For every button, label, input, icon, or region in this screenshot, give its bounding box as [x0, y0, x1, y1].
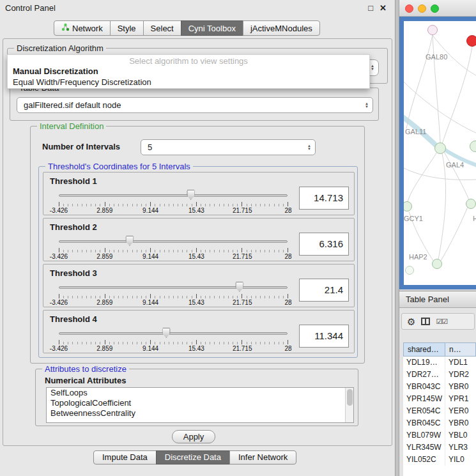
- zoom-traffic-light[interactable]: [431, 4, 439, 13]
- threshold-value-field[interactable]: 21.4: [299, 279, 349, 302]
- network-node-label: HAP2: [409, 253, 427, 261]
- slider-track[interactable]: [59, 286, 288, 289]
- algorithm-dropdown-popup: Select algorithm to view settings Manual…: [7, 54, 370, 89]
- gear-icon[interactable]: ⚙: [407, 317, 415, 326]
- apply-button[interactable]: Apply: [172, 430, 215, 443]
- slider-thumb[interactable]: [235, 282, 243, 292]
- scale-label: 15.43: [188, 253, 204, 260]
- table-cell[interactable]: YPR145W: [403, 393, 445, 405]
- table-cell[interactable]: YBL0: [445, 429, 476, 441]
- table-row[interactable]: YDL19…YDL1: [403, 357, 476, 369]
- table-cell[interactable]: YBR043C: [403, 381, 445, 393]
- network-node[interactable]: [434, 142, 446, 154]
- threshold-slider[interactable]: [59, 235, 288, 247]
- threshold-value-field[interactable]: 11.344: [299, 325, 349, 348]
- network-node[interactable]: [432, 259, 442, 269]
- table-header-row: shared… n…: [403, 342, 476, 357]
- table-cell[interactable]: YBL079W: [403, 429, 445, 441]
- columns-icon[interactable]: [421, 318, 430, 325]
- table-cell[interactable]: YBR0: [445, 417, 476, 429]
- table-row[interactable]: YBR043CYBR0: [403, 381, 476, 393]
- attribute-list-item[interactable]: BetweennessCentrality: [47, 408, 353, 418]
- column-header[interactable]: shared…: [403, 342, 445, 357]
- threshold-label: Threshold 1: [50, 176, 97, 186]
- cyni-toolbox-panel: Discretization Algorithm ▲▼ Select algor…: [3, 38, 392, 446]
- popup-option-manual-discretization[interactable]: Manual Discretization: [8, 66, 369, 77]
- attribute-list-item[interactable]: SelfLoops: [47, 388, 353, 398]
- threshold-slider[interactable]: [59, 189, 288, 201]
- table-cell[interactable]: YIL0: [445, 454, 476, 466]
- combo-value: galFiltered.sif default node: [17, 100, 361, 110]
- column-header[interactable]: n…: [445, 342, 476, 357]
- scale-label: 28: [284, 345, 291, 352]
- table-cell[interactable]: YBR045C: [403, 417, 445, 429]
- threshold-value-field[interactable]: 14.713: [299, 187, 349, 210]
- scrollbar-thumb[interactable]: [347, 389, 353, 406]
- slider-track[interactable]: [59, 240, 288, 243]
- network-node-label: GAL11: [405, 128, 426, 135]
- combo-arrows-icon: ▲▼: [361, 102, 372, 109]
- window-title: Control Panel: [5, 0, 56, 17]
- threshold-slider[interactable]: [59, 281, 288, 293]
- table-cell[interactable]: YLR3: [445, 441, 476, 454]
- tab-cyni-toolbox[interactable]: Cyni Toolbox: [181, 20, 243, 36]
- number-of-intervals-combo[interactable]: 5 ▲▼: [141, 139, 316, 155]
- minimize-traffic-light[interactable]: [418, 4, 426, 13]
- popup-option-equal-width-frequency[interactable]: Equal Width/Frequency Discretization: [8, 77, 369, 88]
- tab-select[interactable]: Select: [143, 20, 181, 36]
- table-row[interactable]: YDR27…YDR2: [403, 369, 476, 381]
- threshold-value-field[interactable]: 6.316: [299, 233, 349, 256]
- slider-thumb[interactable]: [162, 328, 171, 338]
- table-row[interactable]: YER054CYER0: [403, 405, 476, 417]
- slider-thumb[interactable]: [125, 236, 134, 246]
- tab-jactivemnodules[interactable]: jActiveMNodules: [243, 20, 320, 36]
- scale-label: 28: [284, 253, 291, 260]
- table-cell[interactable]: YDL19…: [403, 357, 445, 369]
- table-row[interactable]: YIL052CYIL0: [403, 454, 476, 466]
- table-cell[interactable]: YLR345W: [403, 441, 445, 454]
- threshold-panel: Threshold 3 -3.4262.8599.14415.4321.7152…: [43, 264, 355, 307]
- table-row[interactable]: YPR145WYPR1: [403, 393, 476, 405]
- table-cell[interactable]: YDL1: [445, 357, 476, 369]
- network-node[interactable]: [466, 35, 476, 47]
- network-canvas[interactable]: GAL80GAL11GAL4GCY1HHAP2: [404, 21, 476, 285]
- slider-thumb[interactable]: [187, 190, 195, 200]
- tab-impute-data[interactable]: Impute Data: [93, 450, 157, 464]
- float-window-icon[interactable]: □: [368, 3, 373, 13]
- scale-label: 21.715: [233, 299, 252, 306]
- network-node[interactable]: [405, 266, 414, 275]
- group-title: Interval Definition: [37, 121, 106, 131]
- table-cell[interactable]: YDR27…: [403, 369, 445, 381]
- network-node[interactable]: [466, 199, 476, 209]
- table-data-combo[interactable]: galFiltered.sif default node ▲▼: [17, 97, 373, 113]
- table-cell[interactable]: YDR2: [445, 369, 476, 381]
- close-traffic-light[interactable]: [405, 4, 413, 13]
- tab-network[interactable]: Network: [54, 20, 111, 36]
- network-node[interactable]: [427, 25, 438, 35]
- table-row[interactable]: YBR045CYBR0: [403, 417, 476, 429]
- select-columns-icon[interactable]: ☑☑: [436, 318, 447, 325]
- tab-style[interactable]: Style: [110, 20, 144, 36]
- threshold-slider[interactable]: [59, 327, 288, 339]
- threshold-panel: Threshold 1 -3.4262.8599.14415.4321.7152…: [43, 172, 355, 215]
- attribute-list-item[interactable]: TopologicalCoefficient: [47, 398, 353, 408]
- table-row[interactable]: YBL079WYBL0: [403, 429, 476, 441]
- slider-scale: -3.4262.8599.14415.4321.71528: [59, 253, 288, 260]
- numerical-attributes-list[interactable]: SelfLoopsTopologicalCoefficientBetweenne…: [46, 387, 354, 423]
- close-icon[interactable]: ✕: [380, 3, 387, 13]
- slider-scale: -3.4262.8599.14415.4321.71528: [59, 345, 288, 352]
- table-cell[interactable]: YPR1: [445, 393, 476, 405]
- interval-definition-group: Interval Definition Number of Intervals …: [30, 126, 365, 364]
- table-cell[interactable]: YBR0: [445, 381, 476, 393]
- table-row[interactable]: YLR345WYLR3: [403, 441, 476, 454]
- tab-discretize-data[interactable]: Discretize Data: [156, 450, 230, 464]
- tab-infer-network[interactable]: Infer Network: [229, 450, 296, 464]
- slider-track[interactable]: [59, 194, 288, 197]
- slider-track[interactable]: [59, 332, 288, 335]
- table-cell[interactable]: YER0: [445, 405, 476, 417]
- list-scrollbar[interactable]: [345, 388, 353, 422]
- table-cell[interactable]: YER054C: [403, 405, 445, 417]
- network-icon: [61, 23, 70, 33]
- table-cell[interactable]: YIL052C: [403, 454, 445, 466]
- scale-label: 2.859: [96, 253, 112, 260]
